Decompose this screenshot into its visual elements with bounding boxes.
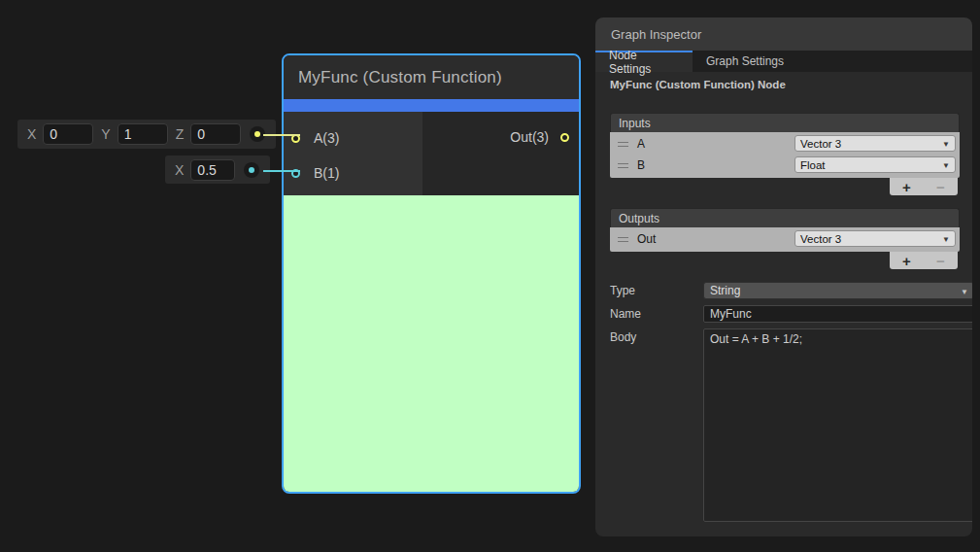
input-b-type-dropdown[interactable]: Float ▼ — [794, 156, 956, 173]
port-a-label: A(3) — [314, 130, 339, 146]
port-row-a: A(3) — [291, 128, 339, 148]
dropdown-value: Vector 3 — [800, 138, 841, 150]
output-row-name: Out — [637, 232, 656, 246]
inspector-title[interactable]: Graph Inspector — [595, 17, 972, 51]
vector3-x-field[interactable] — [43, 123, 93, 145]
port-row-b: B(1) — [291, 163, 339, 183]
vector3-z-label: Z — [176, 126, 185, 142]
inputs-list-body: A Vector 3 ▼ B Float ▼ — [610, 132, 960, 178]
float-port-dot-icon — [249, 167, 254, 173]
inspector-tabs: Node Settings Graph Settings — [595, 51, 972, 72]
add-output-button[interactable]: + — [902, 254, 911, 268]
outputs-list: Outputs Out Vector 3 ▼ + − — [610, 208, 960, 252]
vector3-z-field[interactable] — [190, 123, 241, 145]
port-out-ring-icon[interactable] — [560, 133, 569, 142]
chevron-down-icon: ▼ — [942, 235, 950, 244]
shader-graph-canvas: X Y Z X MyFunc (Custom Function) A(3) — [0, 0, 980, 552]
inputs-list: Inputs A Vector 3 ▼ B Float ▼ — [610, 113, 960, 178]
inputs-list-footer: + − — [890, 178, 958, 195]
vector3-input-widget: X Y Z — [17, 120, 276, 149]
output-out-type-dropdown[interactable]: Vector 3 ▼ — [794, 230, 956, 247]
vector3-y-field[interactable] — [118, 123, 168, 145]
port-out-label: Out(3) — [510, 129, 549, 145]
vector3-y-label: Y — [101, 126, 110, 142]
node-ports-area: A(3) B(1) Out(3) — [284, 112, 579, 195]
list-item[interactable]: Out Vector 3 ▼ — [610, 228, 960, 250]
outputs-list-header: Outputs — [610, 208, 960, 227]
node-preview — [284, 195, 579, 492]
name-label: Name — [610, 307, 641, 321]
custom-function-node[interactable]: MyFunc (Custom Function) A(3) B(1) Out(3… — [282, 53, 581, 494]
body-field[interactable]: Out = A + B + 1/2; — [703, 328, 972, 522]
chevron-down-icon: ▼ — [961, 288, 968, 296]
drag-handle-icon[interactable] — [618, 163, 628, 168]
outputs-list-footer: + − — [890, 252, 958, 269]
outputs-list-body: Out Vector 3 ▼ — [610, 227, 960, 252]
float-x-label: X — [175, 162, 184, 178]
dropdown-value: Float — [800, 159, 826, 171]
type-label: Type — [610, 284, 635, 297]
vector3-x-label: X — [27, 126, 36, 142]
type-field-row: Type String ▼ — [610, 282, 960, 299]
graph-inspector-panel: Graph Inspector Node Settings Graph Sett… — [595, 17, 972, 536]
chevron-down-icon: ▼ — [942, 161, 950, 170]
name-field-row: Name — [610, 305, 960, 323]
float-output-port[interactable] — [241, 159, 262, 181]
remove-output-button[interactable]: − — [936, 254, 945, 268]
inspector-node-heading: MyFunc (Custom Function) Node — [610, 79, 786, 90]
body-label: Body — [610, 330, 636, 344]
node-accent-bar — [284, 99, 579, 112]
input-row-name: A — [637, 137, 645, 151]
drag-handle-icon[interactable] — [618, 142, 628, 147]
body-field-row: Body Out = A + B + 1/2; — [610, 328, 960, 522]
name-field[interactable] — [703, 305, 972, 323]
inputs-list-header: Inputs — [610, 113, 960, 132]
float-input-widget: X — [165, 155, 270, 184]
dropdown-value: Vector 3 — [800, 233, 841, 245]
drag-handle-icon[interactable] — [618, 237, 628, 242]
add-input-button[interactable]: + — [902, 180, 911, 194]
port-b-label: B(1) — [314, 165, 339, 181]
input-a-type-dropdown[interactable]: Vector 3 ▼ — [794, 135, 956, 152]
node-input-ports: A(3) B(1) — [284, 112, 422, 195]
chevron-down-icon: ▼ — [942, 140, 950, 149]
dropdown-value: String — [710, 284, 740, 297]
list-item[interactable]: B Float ▼ — [610, 155, 960, 176]
edge-vector3-to-a[interactable] — [263, 134, 300, 136]
remove-input-button[interactable]: − — [936, 180, 945, 194]
node-title: MyFunc (Custom Function) — [284, 55, 579, 99]
port-row-out: Out(3) — [510, 127, 569, 147]
tab-node-settings[interactable]: Node Settings — [595, 51, 693, 72]
tab-graph-settings[interactable]: Graph Settings — [693, 51, 797, 72]
node-output-ports: Out(3) — [422, 112, 579, 195]
type-dropdown[interactable]: String ▼ — [703, 282, 972, 299]
input-row-name: B — [637, 158, 645, 172]
float-x-field[interactable] — [190, 159, 235, 181]
list-item[interactable]: A Vector 3 ▼ — [610, 133, 960, 155]
edge-float-to-b[interactable] — [263, 170, 300, 172]
